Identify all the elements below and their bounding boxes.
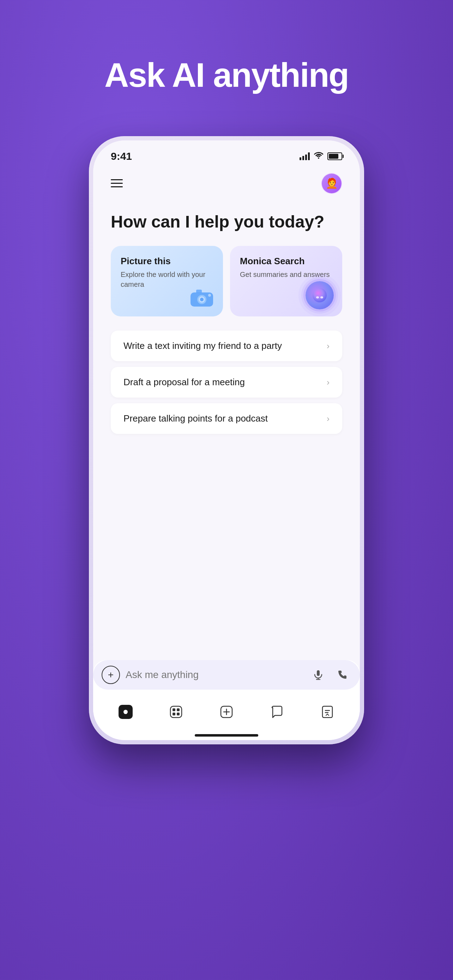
nav-bookmark-icon	[321, 706, 334, 721]
avatar[interactable]: 🧑‍🦰	[321, 173, 342, 194]
menu-button[interactable]	[111, 179, 123, 187]
nav-item-home[interactable]	[113, 701, 138, 725]
phone-icon	[337, 670, 348, 680]
svg-rect-18	[173, 713, 175, 716]
microphone-icon	[313, 670, 324, 680]
svg-rect-19	[177, 713, 180, 716]
picture-this-title: Picture this	[121, 256, 213, 267]
monica-search-title: Monica Search	[240, 256, 332, 267]
chevron-right-icon-2: ›	[327, 414, 329, 424]
chevron-right-icon-0: ›	[327, 341, 329, 351]
add-button[interactable]: +	[102, 666, 120, 684]
suggestion-text-0: Write a text inviting my friend to a par…	[124, 340, 282, 352]
nav-media-icon	[170, 706, 183, 721]
picture-this-card[interactable]: Picture this Explore the world with your…	[111, 246, 223, 317]
camera-icon	[189, 287, 215, 309]
svg-point-5	[208, 294, 211, 297]
ask-input[interactable]	[126, 669, 304, 681]
nav-add-icon	[220, 706, 233, 721]
suggestion-item-2[interactable]: Prepare talking points for a podcast ›	[111, 403, 342, 434]
phone-button[interactable]	[333, 666, 351, 684]
svg-rect-17	[177, 708, 180, 711]
svg-rect-15	[170, 706, 182, 718]
mic-button[interactable]	[309, 666, 327, 684]
svg-rect-4	[196, 290, 202, 293]
svg-point-8	[320, 296, 323, 298]
nav-chat-icon	[270, 706, 283, 721]
nav-item-bookmarks[interactable]	[315, 701, 340, 725]
status-time: 9:41	[111, 150, 132, 162]
chevron-right-icon-1: ›	[327, 377, 329, 387]
suggestion-text-1: Draft a proposal for a meeting	[124, 377, 245, 388]
hero-title: Ask AI anything	[105, 56, 348, 94]
app-content: How can I help you today? Picture this E…	[93, 201, 360, 552]
svg-rect-23	[323, 706, 332, 718]
svg-point-7	[316, 296, 319, 298]
feature-cards-row: Picture this Explore the world with your…	[111, 246, 342, 317]
phone-frame: 9:41	[89, 136, 364, 745]
battery-icon	[327, 153, 342, 160]
suggestion-item-1[interactable]: Draft a proposal for a meeting ›	[111, 367, 342, 398]
nav-item-add[interactable]	[214, 701, 239, 725]
wifi-icon	[314, 152, 323, 161]
suggestion-list: Write a text inviting my friend to a par…	[111, 331, 342, 434]
plus-icon: +	[108, 669, 114, 681]
svg-point-6	[313, 288, 327, 302]
picture-this-desc: Explore the world with your camera	[121, 269, 213, 289]
nav-home-icon	[119, 705, 133, 722]
home-indicator	[195, 734, 258, 737]
main-greeting: How can I help you today?	[111, 212, 342, 232]
monica-search-desc: Get summaries and answers	[240, 269, 332, 279]
suggestion-item-0[interactable]: Write a text inviting my friend to a par…	[111, 331, 342, 361]
monica-search-card[interactable]: Monica Search Get summaries and answers	[230, 246, 342, 317]
input-row: +	[93, 660, 360, 690]
app-header: 🧑‍🦰	[93, 166, 360, 201]
nav-item-media[interactable]	[164, 701, 188, 725]
svg-rect-9	[317, 670, 319, 676]
monica-orb-icon	[305, 281, 334, 309]
bottom-nav	[93, 698, 360, 731]
svg-rect-16	[173, 708, 175, 711]
input-area: +	[93, 660, 360, 740]
nav-item-chat[interactable]	[265, 701, 289, 725]
status-icons	[300, 152, 342, 161]
svg-rect-14	[124, 713, 127, 714]
signal-icon	[300, 153, 310, 160]
suggestion-text-2: Prepare talking points for a podcast	[124, 413, 268, 424]
svg-point-3	[200, 298, 203, 301]
status-bar: 9:41	[93, 140, 360, 166]
